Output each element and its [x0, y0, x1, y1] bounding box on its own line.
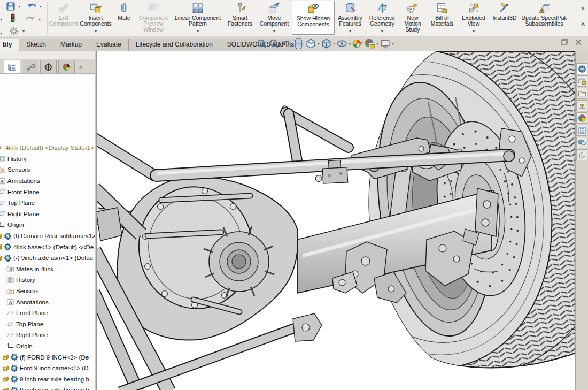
tree-item-9-inch-rear-axle-bearing-h[interactable]: m9 inch rear axle bearing h [0, 385, 95, 390]
cmd-insert-components-button[interactable]: Insert Components▾ [78, 1, 113, 35]
tree-item-f-ford-9-inch-2-de[interactable]: m(f) FORD 9 INCH<2> (De [0, 351, 95, 363]
tree-item-right-plane[interactable]: Right Plane [0, 209, 95, 220]
tree-item-annotations[interactable]: AAnnotations [0, 296, 95, 308]
restore-window-icon[interactable] [560, 38, 569, 47]
tree-item-mates-in-4link[interactable]: Mates in 4link [0, 264, 95, 275]
tree-item-ford-9-inch-carrier-1-d[interactable]: mFord 9 inch carrier<1> (D [0, 363, 95, 374]
cmd-bom-button[interactable]: Bill of Materials [427, 1, 458, 35]
tree-filter-input[interactable] [1, 77, 92, 86]
tree-item-4link-base-1-default-de[interactable]: m4link base<1> (Default) <<De [0, 241, 95, 253]
save-dropdown-caret[interactable]: ▾ [18, 4, 20, 9]
cmd-button-label: Smart Fasteners [223, 15, 257, 27]
undo-icon[interactable] [27, 1, 37, 12]
cmd-reference-geometry-button[interactable]: Reference Geometry▾ [366, 1, 399, 35]
save-icon[interactable] [5, 1, 16, 12]
taskpane-custom-properties-tab[interactable] [576, 125, 587, 136]
tree-item-label: 4link base<1> (Default) <<De [13, 244, 94, 250]
tab-sketch[interactable]: Sketch [19, 39, 53, 51]
undo-dropdown-caret[interactable]: ▾ [40, 4, 42, 9]
toolbar-collapse-arrow[interactable]: ^ [581, 21, 585, 29]
redo-icon[interactable] [25, 14, 35, 25]
apply-scene-icon[interactable] [364, 38, 375, 49]
cmd-assembly-features-button[interactable]: Assembly Features▾ [335, 1, 366, 35]
tree-item-f-camaro-rear-subframe-1[interactable]: m(f) Camaro Rear subframe<1> [0, 231, 95, 242]
display-style-icon[interactable] [321, 38, 332, 49]
tab-bly[interactable]: bly [0, 39, 19, 51]
zoom-to-area-icon[interactable] [268, 38, 280, 49]
view-orientation-icon[interactable] [305, 38, 316, 49]
cmd-motion-study-button[interactable]: New Motion Study [399, 1, 427, 35]
tree-item-history[interactable]: History [0, 154, 95, 165]
taskpane-view-palette-tab[interactable] [576, 100, 587, 111]
options-gear-dropdown-caret[interactable]: ▾ [22, 29, 25, 34]
cmd-linear-pattern-button[interactable]: Linear Component Pattern▾ [172, 1, 223, 35]
tree-item-origin[interactable]: Origin [0, 341, 95, 352]
tree-item-top-plane[interactable]: Top Plane [0, 319, 95, 330]
options-gear-icon[interactable] [9, 26, 19, 36]
cmd-dropdown-caret[interactable]: ▾ [257, 28, 292, 34]
tree-item-4link-default-display-state-1[interactable]: 4link (Default) <Display State-1> [0, 142, 95, 154]
clipped-caret[interactable]: ▾ [0, 31, 2, 36]
tree-item-front-plane[interactable]: Front Plane [0, 308, 95, 319]
cmd-exploded-view-button[interactable]: Exploded View▾ [458, 1, 490, 35]
taskpane-solidworks-forum-tab[interactable] [576, 137, 587, 148]
fm-panel-expand-chevron[interactable]: > [79, 64, 82, 71]
cmd-smart-fasteners-button[interactable]: Smart Fasteners [223, 1, 257, 35]
taskpane-3d-content-tab[interactable] [576, 149, 587, 160]
quick-access-toolbar: ▾▾▾▾▾▾ [0, 0, 47, 36]
tree-item-sensors[interactable]: Sensors [0, 164, 95, 175]
assembly-features-icon [344, 2, 356, 14]
taskpane-appearances-scenes-tab[interactable] [576, 112, 587, 124]
graphics-viewport[interactable] [97, 51, 575, 390]
cmd-show-hidden-button[interactable]: Show Hidden Components [292, 1, 335, 35]
edit-appearance-icon[interactable] [352, 38, 363, 49]
cmd-dropdown-caret[interactable]: ▾ [458, 28, 490, 34]
tree-item-annotations[interactable]: AAnnotations [0, 175, 95, 187]
taskpane-design-library-tab[interactable] [576, 75, 587, 87]
cmd-dropdown-caret[interactable]: ▾ [366, 28, 399, 34]
tree-item-origin[interactable]: Origin [0, 219, 95, 231]
task-pane-tabs [576, 63, 588, 160]
taskpane-solidworks-resources-tab[interactable] [576, 63, 587, 74]
close-icon[interactable] [574, 38, 583, 47]
tree-item-sensors[interactable]: Sensors [0, 286, 95, 297]
tree-item-right-plane[interactable]: Right Plane [0, 330, 95, 341]
cmd-button-label: Assembly Features [335, 15, 366, 27]
rebuild-traffic-light-icon[interactable] [7, 13, 18, 24]
tree-item-top-plane[interactable]: Top Plane [0, 197, 95, 209]
cmd-speedpak-button[interactable]: Update SpeedPak Subassemblies [520, 1, 569, 35]
hide-show-items-icon[interactable] [336, 38, 347, 49]
tab-evaluate[interactable]: Evaluate [89, 39, 129, 51]
tree-item-9inch-axle-asm-1-defau[interactable]: m(-) 9inch axle asm<1> (Defau [0, 253, 95, 264]
cmd-move-component-button[interactable]: Move Component▾ [257, 1, 292, 35]
previous-view-icon[interactable] [281, 38, 292, 49]
cmd-dropdown-caret[interactable]: ▾ [335, 28, 366, 34]
section-view-icon[interactable] [293, 38, 304, 49]
display-style-dropdown-caret[interactable]: ▾ [333, 41, 335, 46]
toolbar-overflow-chevron[interactable]: » [581, 4, 585, 12]
view-orientation-dropdown-caret[interactable]: ▾ [318, 41, 320, 46]
fm-tab-configurationmanager[interactable] [40, 60, 57, 73]
cmd-mate-button[interactable]: Mate [113, 1, 135, 35]
fm-tab-propertymanager[interactable] [22, 60, 38, 73]
clipped-caret[interactable]: ▾ [0, 17, 2, 22]
zoom-to-fit-icon[interactable] [256, 38, 267, 49]
apply-scene-dropdown-caret[interactable]: ▾ [376, 41, 378, 46]
cmd-instant3d-button[interactable]: Instant3D [490, 1, 520, 35]
gearm-icon: m [10, 375, 18, 383]
cmd-dropdown-caret[interactable]: ▾ [172, 28, 223, 34]
redo-dropdown-caret[interactable]: ▾ [38, 17, 41, 22]
tab-lifecycle-and-collaboration[interactable]: Lifecycle and Collaboration [128, 39, 220, 51]
tree-item-front-plane[interactable]: Front Plane [0, 186, 95, 197]
cmd-dropdown-caret[interactable]: ▾ [78, 28, 113, 34]
view-settings-dropdown-caret[interactable]: ▾ [392, 41, 394, 46]
hide-show-items-dropdown-caret[interactable]: ▾ [349, 41, 351, 46]
fm-tab-featuremanager-tree[interactable] [4, 60, 20, 73]
view-settings-icon[interactable] [380, 38, 391, 49]
tree-item-history[interactable]: History [0, 274, 95, 286]
tab-markup[interactable]: Markup [53, 39, 89, 51]
taskpane-file-explorer-tab[interactable] [576, 88, 587, 99]
fm-tab-displaymanager[interactable] [58, 60, 75, 73]
tree-item-9-inch-rear-axle-bearing-h[interactable]: m9 inch rear axle bearing h [0, 373, 95, 385]
cmd-button-label: Reference Geometry [366, 15, 399, 27]
